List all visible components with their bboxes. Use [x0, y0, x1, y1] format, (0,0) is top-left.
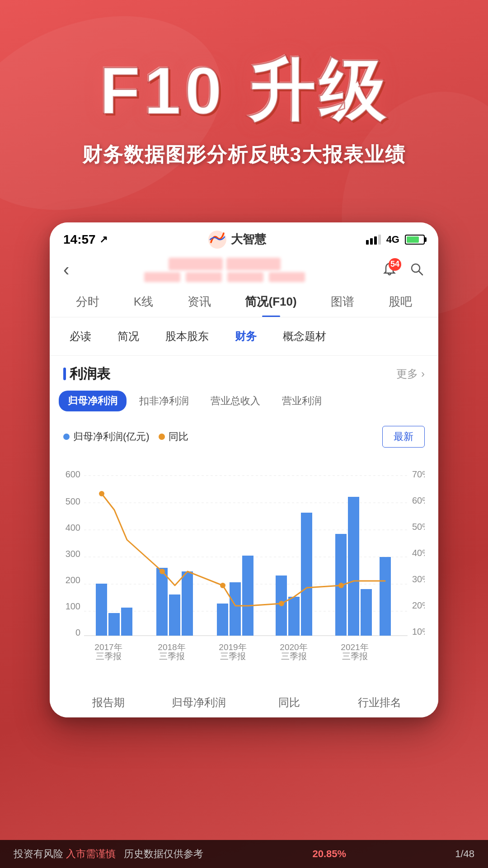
- bar-2017-1: [96, 584, 107, 636]
- chart-filter-tabs: 归母净利润 扣非净利润 营业总收入 营业利润: [50, 391, 438, 417]
- subtab-mustread[interactable]: 必读: [59, 325, 102, 348]
- svg-text:三季报: 三季报: [342, 651, 368, 661]
- tab-graph[interactable]: 图谱: [322, 287, 363, 317]
- filter-tab-revenue[interactable]: 营业总收入: [202, 391, 269, 411]
- page-container: F10 升级 财务数据图形分析反映3大报表业绩 14:57 ↗ 大智慧: [0, 0, 488, 868]
- trend-dot-4: [279, 601, 284, 606]
- battery-fill: [407, 236, 419, 243]
- app-nav-bar: ‹: [50, 253, 438, 287]
- svg-text:三季报: 三季报: [96, 651, 122, 661]
- subtab-shareholders[interactable]: 股本股东: [155, 325, 220, 348]
- svg-text:10%: 10%: [412, 627, 425, 637]
- legend-line-dot: [159, 434, 165, 440]
- svg-text:400: 400: [66, 523, 80, 533]
- location-icon: ↗: [99, 234, 108, 245]
- section-more-btn[interactable]: 更多 ›: [396, 367, 425, 381]
- profit-section-header: 利润表 更多 ›: [50, 356, 438, 391]
- bar-extra-1: [380, 557, 391, 636]
- trend-dot-3: [220, 583, 225, 588]
- status-right: 大智慧: [207, 230, 266, 250]
- hero-subtitle: 财务数据图形分析反映3大报表业绩: [82, 142, 406, 168]
- legend-bar-item: 归母净利润(亿元): [63, 430, 150, 443]
- chart-legend-left: 归母净利润(亿元) 同比: [63, 430, 188, 443]
- svg-text:40%: 40%: [412, 548, 425, 558]
- chart-container: 归母净利润(亿元) 同比 最新 600 500 400 300 2: [50, 417, 438, 687]
- app-logo-statusbar: 大智慧: [207, 230, 266, 250]
- svg-text:100: 100: [66, 601, 80, 611]
- chart-latest-button[interactable]: 最新: [382, 426, 425, 448]
- stock-num-1: [144, 272, 180, 282]
- filter-tab-operating[interactable]: 营业利润: [273, 391, 331, 411]
- svg-text:2021年: 2021年: [341, 642, 368, 652]
- stock-num-2: [186, 272, 222, 282]
- svg-line-2: [419, 271, 422, 275]
- subtab-finance[interactable]: 财务: [224, 325, 267, 348]
- trend-dot-5: [338, 583, 344, 588]
- bar-2021-2: [348, 497, 359, 636]
- trend-dot-2: [160, 569, 165, 574]
- notification-button[interactable]: 54: [380, 260, 399, 280]
- stock-numbers-blurred: [78, 272, 371, 282]
- svg-text:2017年: 2017年: [94, 642, 122, 652]
- bar-2019-1: [217, 604, 228, 636]
- table-col-rank: 行业排名: [334, 695, 425, 710]
- svg-text:0: 0: [75, 627, 80, 637]
- svg-text:30%: 30%: [412, 574, 425, 584]
- notification-badge: 54: [389, 258, 401, 271]
- data-table: 报告期 归母净利润 同比 行业排名: [50, 688, 438, 717]
- svg-text:300: 300: [66, 549, 80, 559]
- stock-name-block-1: [169, 258, 223, 270]
- table-col-period: 报告期: [63, 695, 154, 710]
- disclaimer-left: 投资有风险 入市需谨慎 历史数据仅供参考: [14, 847, 203, 861]
- svg-text:70%: 70%: [412, 469, 425, 479]
- subtab-overview[interactable]: 简况: [107, 325, 150, 348]
- bar-2020-2: [288, 597, 300, 636]
- dzh-logo-icon: [207, 230, 227, 250]
- signal-bar-1: [366, 240, 369, 245]
- tab-f10[interactable]: 简况(F10): [236, 287, 305, 317]
- disclaimer-bar: 投资有风险 入市需谨慎 历史数据仅供参考 20.85% 1/48: [0, 840, 488, 868]
- bar-2019-2: [230, 582, 241, 636]
- filter-tab-deducted[interactable]: 扣非净利润: [130, 391, 198, 411]
- disclaimer-highlight: 20.85%: [313, 848, 347, 860]
- signal-bar-2: [370, 238, 373, 245]
- tab-forum[interactable]: 股吧: [380, 287, 421, 317]
- chart-svg-wrapper: 600 500 400 300 200 100 0 70% 60% 50% 40…: [63, 455, 425, 674]
- subtab-concept[interactable]: 概念题材: [272, 325, 337, 348]
- app-logo-text: 大智慧: [231, 231, 266, 247]
- svg-text:2019年: 2019年: [219, 642, 246, 652]
- filter-tab-net-profit[interactable]: 归母净利润: [59, 391, 127, 411]
- table-col-yoy: 同比: [244, 695, 334, 710]
- tab-fenshi[interactable]: 分时: [67, 287, 108, 317]
- svg-text:2020年: 2020年: [280, 642, 307, 652]
- svg-text:600: 600: [66, 469, 80, 479]
- svg-text:2018年: 2018年: [158, 642, 185, 652]
- table-col-netprofit: 归母净利润: [154, 695, 244, 710]
- signal-bar-4: [378, 235, 381, 245]
- svg-text:500: 500: [66, 496, 80, 506]
- back-button[interactable]: ‹: [63, 259, 69, 280]
- bar-2019-3: [242, 556, 253, 636]
- signal-bars: [366, 235, 381, 245]
- search-icon: [408, 261, 425, 277]
- section-title-profit: 利润表: [63, 365, 110, 383]
- stock-num-4: [269, 272, 305, 282]
- bar-2018-2: [169, 594, 180, 636]
- svg-text:三季报: 三季报: [281, 651, 307, 661]
- tab-news[interactable]: 资讯: [178, 287, 220, 317]
- battery-icon: [405, 235, 425, 245]
- svg-text:200: 200: [66, 575, 80, 585]
- table-header-row: 报告期 归母净利润 同比 行业排名: [50, 688, 438, 717]
- main-nav-tabs: 分时 K线 资讯 简况(F10) 图谱 股吧: [50, 287, 438, 317]
- legend-line-item: 同比: [159, 430, 188, 443]
- search-button[interactable]: [408, 261, 425, 279]
- status-time: 14:57 ↗: [63, 232, 108, 247]
- status-icons: 4G: [366, 234, 425, 245]
- svg-text:三季报: 三季报: [220, 651, 246, 661]
- stock-num-3: [227, 272, 263, 282]
- tab-kline[interactable]: K线: [125, 287, 162, 317]
- signal-bar-3: [374, 236, 377, 245]
- stock-name-blurred: [78, 258, 371, 270]
- network-label: 4G: [386, 234, 399, 245]
- svg-text:三季报: 三季报: [159, 651, 185, 661]
